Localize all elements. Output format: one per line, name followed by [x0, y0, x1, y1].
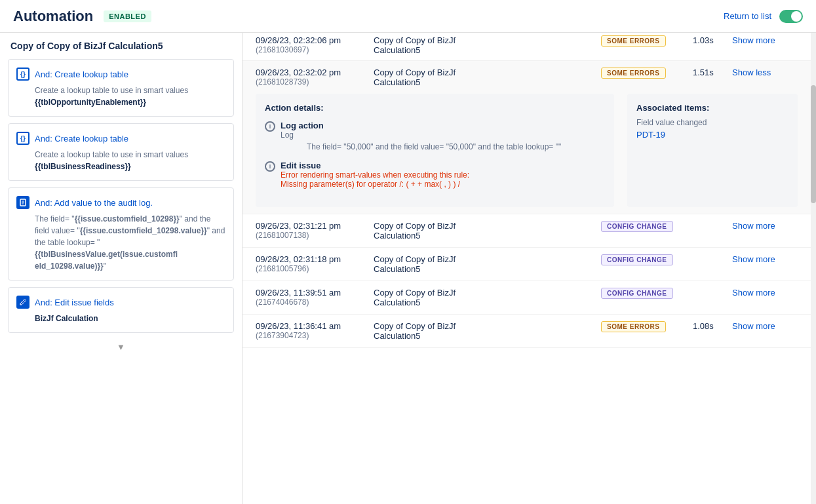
action-item-content: Edit issue Error rendering smart-values …: [281, 161, 605, 189]
return-to-list-link[interactable]: Return to list: [724, 11, 771, 21]
rule-item: And: Add value to the audit log. The fie…: [8, 187, 234, 281]
pencil-icon: [16, 296, 29, 309]
app-container: Automation ENABLED Return to list Copy o…: [0, 0, 816, 504]
rule-item: {} And: Create lookup table Create a loo…: [8, 123, 234, 181]
log-status: CONFIG CHANGE: [601, 221, 693, 232]
log-row-expanded: 09/26/23, 02:32:02 pm (21681028739) Copy…: [243, 61, 811, 214]
log-time: 09/26/23, 02:32:06 pm (21681030697): [256, 35, 374, 54]
log-status: CONFIG CHANGE: [601, 288, 693, 299]
rule-title: And: Create lookup table: [35, 134, 128, 144]
log-time-secondary: (21673904723): [256, 331, 374, 340]
right-panel-wrapper: 09/26/23, 02:32:06 pm (21681030697) Copy…: [243, 33, 816, 504]
log-duration: 1.51s: [693, 68, 732, 77]
log-time-primary: 09/26/23, 02:32:02 pm: [256, 68, 374, 77]
log-time: 09/26/23, 11:36:41 am (21673904723): [256, 321, 374, 340]
log-row: 09/26/23, 02:32:06 pm (21681030697) Copy…: [243, 33, 811, 61]
log-row: 09/26/23, 11:39:51 am (21674046678) Copy…: [243, 281, 811, 315]
status-badge: SOME ERRORS: [601, 68, 666, 79]
right-scrollbar[interactable]: [811, 33, 816, 504]
log-duration: 1.08s: [693, 321, 732, 331]
log-row-main: 09/26/23, 02:32:06 pm (21681030697) Copy…: [256, 35, 798, 55]
log-name: Copy of Copy of BizJfCalculation5: [374, 35, 601, 55]
rule-description: Create a lookup table to use in smart va…: [35, 85, 225, 108]
action-details-title: Action details:: [265, 103, 605, 113]
log-time-secondary: (21681005796): [256, 264, 374, 273]
log-time-secondary: (21674046678): [256, 298, 374, 307]
log-status: SOME ERRORS: [601, 68, 693, 79]
show-more-link[interactable]: Show more: [732, 321, 775, 331]
log-duration: 1.03s: [693, 35, 732, 45]
log-row: 09/26/23, 11:36:41 am (21673904723) Copy…: [243, 315, 811, 348]
action-item-sub: Log: [281, 130, 605, 140]
action-item: i Log action Log The field= "50,000" and…: [265, 121, 605, 151]
log-action[interactable]: Show more: [732, 254, 798, 264]
log-time-secondary: (21681007138): [256, 231, 374, 240]
log-time-primary: 09/26/23, 11:39:51 am: [256, 288, 374, 298]
log-time-primary: 09/26/23, 11:36:41 am: [256, 321, 374, 331]
associated-items: Associated items: Field value changed PD…: [627, 94, 798, 207]
log-time: 09/26/23, 02:31:21 pm (21681007138): [256, 221, 374, 240]
left-panel: Copy of Copy of BizJf Calculation5 {} An…: [0, 33, 243, 504]
status-badge: CONFIG CHANGE: [601, 254, 673, 265]
log-row-main: 09/26/23, 11:39:51 am (21674046678) Copy…: [256, 288, 798, 307]
log-time-primary: 09/26/23, 02:32:06 pm: [256, 35, 374, 45]
automation-name: Copy of Copy of BizJf Calculation5: [8, 41, 234, 59]
info-circle-icon: i: [265, 161, 275, 189]
braces-icon: {}: [16, 132, 29, 145]
action-item: i Edit issue Error rendering smart-value…: [265, 161, 605, 189]
show-less-link[interactable]: Show less: [732, 68, 771, 77]
action-details: Action details: i Log action Log The fie…: [256, 94, 614, 207]
status-badge: CONFIG CHANGE: [601, 288, 673, 299]
action-item-detail: The field= "50,000" and the field value=…: [307, 142, 605, 151]
associated-link[interactable]: PDT-19: [636, 130, 665, 140]
rule-header: And: Edit issue fields: [16, 296, 225, 309]
log-action[interactable]: Show more: [732, 221, 798, 231]
log-time: 09/26/23, 02:31:18 pm (21681005796): [256, 254, 374, 273]
action-item-content: Log action Log The field= "50,000" and t…: [281, 121, 605, 151]
action-item-name: Edit issue: [281, 161, 605, 170]
rule-header: And: Add value to the audit log.: [16, 196, 225, 209]
log-action[interactable]: Show more: [732, 35, 798, 45]
log-action[interactable]: Show more: [732, 288, 798, 298]
show-more-link[interactable]: Show more: [732, 35, 775, 45]
show-more-link[interactable]: Show more: [732, 288, 775, 298]
log-row-main: 09/26/23, 11:36:41 am (21673904723) Copy…: [256, 321, 798, 341]
log-time-secondary: (21681030697): [256, 45, 374, 54]
log-row-main: 09/26/23, 02:32:02 pm (21681028739) Copy…: [256, 68, 798, 87]
log-action[interactable]: Show less: [732, 68, 798, 77]
info-circle-icon: i: [265, 121, 275, 151]
log-action[interactable]: Show more: [732, 321, 798, 331]
doc-icon: [16, 196, 29, 209]
rule-item: And: Edit issue fields BizJf Calculation: [8, 287, 234, 333]
log-name: Copy of Copy of BizJfCalculation5: [374, 254, 601, 274]
rule-desc-bold: {{tblOpportunityEnablement}}: [35, 98, 146, 107]
rule-header: {} And: Create lookup table: [16, 68, 225, 81]
log-time-primary: 09/26/23, 02:31:21 pm: [256, 221, 374, 231]
rule-title: And: Create lookup table: [35, 69, 128, 79]
associated-label: Field value changed: [636, 118, 788, 127]
show-more-link[interactable]: Show more: [732, 221, 775, 231]
expanded-detail: Action details: i Log action Log The fie…: [256, 94, 798, 207]
status-badge: SOME ERRORS: [601, 35, 666, 47]
log-name: Copy of Copy of BizJfCalculation5: [374, 321, 601, 341]
rule-description: BizJf Calculation: [35, 313, 225, 324]
rule-description: Create a lookup table to use in smart va…: [35, 149, 225, 172]
rule-description: The field= "{{issue.customfield_10298}}"…: [35, 213, 225, 272]
show-more-link[interactable]: Show more: [732, 254, 775, 264]
enabled-toggle[interactable]: [779, 10, 803, 23]
page-title: Automation: [13, 8, 93, 25]
log-row-main: 09/26/23, 02:31:18 pm (21681005796) Copy…: [256, 254, 798, 274]
log-time-primary: 09/26/23, 02:31:18 pm: [256, 254, 374, 264]
enabled-badge: ENABLED: [104, 10, 151, 22]
log-name: Copy of Copy of BizJfCalculation5: [374, 68, 601, 87]
log-time: 09/26/23, 02:32:02 pm (21681028739): [256, 68, 374, 87]
log-status: SOME ERRORS: [601, 35, 693, 47]
log-row: 09/26/23, 02:31:18 pm (21681005796) Copy…: [243, 248, 811, 281]
header: Automation ENABLED Return to list: [0, 0, 816, 33]
log-name: Copy of Copy of BizJfCalculation5: [374, 221, 601, 241]
log-time-secondary: (21681028739): [256, 77, 374, 87]
log-name: Copy of Copy of BizJfCalculation5: [374, 288, 601, 307]
right-scrollbar-thumb[interactable]: [811, 85, 816, 203]
rule-desc-bold: BizJf Calculation: [35, 314, 98, 323]
status-badge: CONFIG CHANGE: [601, 221, 673, 232]
